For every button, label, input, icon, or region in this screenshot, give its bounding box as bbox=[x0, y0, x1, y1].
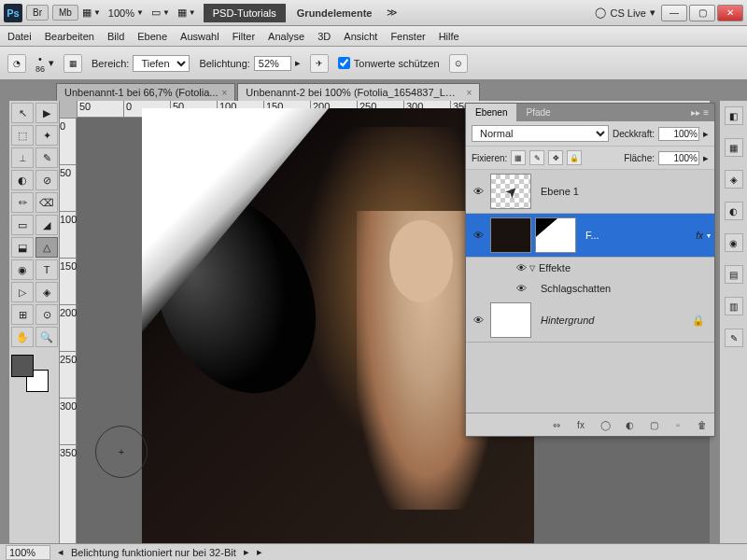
minimize-button[interactable]: — bbox=[661, 5, 687, 21]
menu-filter[interactable]: Filter bbox=[233, 31, 255, 42]
gradient-tool[interactable]: ◢ bbox=[35, 215, 58, 235]
pen-tool[interactable]: ◉ bbox=[11, 259, 34, 280]
collapse-bar-left[interactable] bbox=[0, 101, 9, 543]
tab-paths[interactable]: Pfade bbox=[516, 104, 559, 121]
visibility-icon[interactable]: 👁 bbox=[470, 183, 486, 200]
lasso-tool[interactable]: ⬚ bbox=[11, 125, 34, 146]
new-layer-icon[interactable]: ▫ bbox=[669, 417, 686, 432]
color-panel-icon[interactable]: ◧ bbox=[725, 106, 743, 125]
tool-preset-icon[interactable]: ◔ bbox=[7, 54, 26, 73]
masks-panel-icon[interactable]: ◉ bbox=[725, 233, 743, 252]
menu-3d[interactable]: 3D bbox=[317, 31, 331, 42]
lock-transparency-icon[interactable]: ▦ bbox=[511, 150, 526, 165]
range-select[interactable]: Tiefen bbox=[133, 55, 190, 72]
doc-tab-2[interactable]: Unbenannt-2 bei 100% (Fotolia_1654837_L©… bbox=[237, 83, 480, 101]
bridge-button[interactable]: Br bbox=[26, 5, 49, 21]
marquee-tool[interactable]: ▶ bbox=[35, 103, 58, 123]
fx-badge[interactable]: fx bbox=[696, 231, 703, 241]
exposure-slider-icon[interactable]: ▸ bbox=[295, 57, 301, 69]
foreground-color[interactable] bbox=[11, 355, 34, 377]
lock-pixels-icon[interactable]: ✎ bbox=[529, 150, 544, 165]
layer-thumb[interactable]: ➤ bbox=[490, 174, 531, 209]
exposure-input[interactable] bbox=[254, 56, 291, 71]
visibility-icon[interactable]: 👁 bbox=[513, 259, 529, 276]
group-icon[interactable]: ▢ bbox=[645, 417, 662, 432]
history-brush-tool[interactable]: ⌫ bbox=[35, 192, 58, 213]
menu-bearbeiten[interactable]: Bearbeiten bbox=[45, 31, 94, 42]
menu-ansicht[interactable]: Ansicht bbox=[344, 31, 377, 42]
minibridge-button[interactable]: Mb bbox=[52, 5, 78, 21]
menu-auswahl[interactable]: Auswahl bbox=[180, 31, 219, 42]
layer-name[interactable]: F... bbox=[585, 230, 696, 241]
close-button[interactable]: ✕ bbox=[717, 5, 743, 21]
paths-panel-icon[interactable]: ✎ bbox=[725, 329, 743, 347]
panel-menu-icon[interactable]: ▸▸ ≡ bbox=[685, 104, 714, 121]
swatches-panel-icon[interactable]: ▦ bbox=[725, 138, 743, 157]
tab-layers[interactable]: Ebenen bbox=[466, 104, 516, 121]
color-swatch[interactable] bbox=[11, 355, 49, 392]
fx-icon[interactable]: fx bbox=[572, 417, 589, 432]
crop-tool[interactable]: ⟂ bbox=[11, 147, 34, 168]
3d-tool[interactable]: ⊞ bbox=[11, 304, 34, 325]
extras-select[interactable]: ▦▼ bbox=[177, 7, 196, 19]
move-tool[interactable]: ↖ bbox=[11, 103, 34, 123]
shape-tool[interactable]: ◈ bbox=[35, 282, 58, 302]
zoom-field[interactable]: 100% bbox=[6, 545, 50, 560]
brush-preset[interactable]: •86▾ bbox=[35, 53, 54, 74]
link-icon[interactable]: ⇔ bbox=[548, 417, 565, 432]
fill-slider-icon[interactable]: ▸ bbox=[703, 152, 709, 164]
cslive-button[interactable]: ◯ CS Live ▾ bbox=[595, 7, 655, 19]
maximize-button[interactable]: ▢ bbox=[689, 5, 715, 21]
brush-panel-icon[interactable]: ▦ bbox=[63, 54, 82, 73]
adjust-panel-icon[interactable]: ◐ bbox=[725, 202, 743, 220]
visibility-icon[interactable]: 👁 bbox=[470, 312, 486, 329]
styles-panel-icon[interactable]: ◈ bbox=[725, 170, 743, 189]
menu-analyse[interactable]: Analyse bbox=[268, 31, 304, 42]
menu-hilfe[interactable]: Hilfe bbox=[439, 31, 459, 42]
fill-input[interactable] bbox=[658, 151, 699, 165]
workspace-tab-tutorials[interactable]: PSD-Tutorials bbox=[204, 4, 286, 22]
lock-all-icon[interactable]: 🔒 bbox=[567, 150, 582, 165]
lock-position-icon[interactable]: ✥ bbox=[548, 150, 563, 165]
collapse-icon[interactable]: ▽ bbox=[529, 264, 535, 273]
wand-tool[interactable]: ✦ bbox=[35, 125, 58, 146]
pressure-icon[interactable]: ⊙ bbox=[449, 54, 468, 73]
zoom-select[interactable]: 100%▼ bbox=[108, 7, 144, 19]
close-icon[interactable]: × bbox=[222, 88, 228, 98]
status-menu-icon[interactable]: ▸ bbox=[257, 546, 262, 558]
stamp-tool[interactable]: ✏ bbox=[11, 192, 34, 213]
layer-row[interactable]: 👁 Hintergrund 🔒 bbox=[466, 299, 714, 343]
visibility-icon[interactable]: 👁 bbox=[513, 280, 529, 297]
channels-panel-icon[interactable]: ▥ bbox=[725, 297, 743, 315]
3d-camera-tool[interactable]: ⊙ bbox=[35, 304, 58, 325]
status-nav-left-icon[interactable]: ◂ bbox=[58, 546, 63, 558]
blur-tool[interactable]: ⬓ bbox=[11, 237, 34, 258]
heal-tool[interactable]: ◐ bbox=[11, 170, 34, 190]
layer-thumb[interactable] bbox=[490, 302, 531, 338]
blend-mode-select[interactable]: Normal bbox=[472, 125, 609, 142]
eyedropper-tool[interactable]: ✎ bbox=[35, 147, 58, 168]
ruler-vertical[interactable]: 050100150200250300350 bbox=[60, 118, 77, 543]
layers-panel-icon[interactable]: ▤ bbox=[725, 265, 743, 284]
protect-tones-checkbox[interactable] bbox=[338, 57, 350, 69]
mask-thumb[interactable] bbox=[535, 217, 576, 253]
adjustment-icon[interactable]: ◐ bbox=[621, 417, 638, 432]
path-tool[interactable]: ▷ bbox=[11, 282, 34, 302]
menu-datei[interactable]: Datei bbox=[7, 31, 32, 42]
layer-name[interactable]: Hintergrund bbox=[541, 315, 692, 326]
close-icon[interactable]: × bbox=[467, 88, 472, 98]
menu-fenster[interactable]: Fenster bbox=[390, 31, 425, 42]
layer-name[interactable]: Ebene 1 bbox=[541, 186, 711, 197]
opacity-slider-icon[interactable]: ▸ bbox=[703, 128, 709, 140]
visibility-icon[interactable]: 👁 bbox=[470, 227, 486, 244]
menu-bild[interactable]: Bild bbox=[107, 31, 124, 42]
hand-tool[interactable]: ✋ bbox=[11, 327, 34, 347]
airbrush-icon[interactable]: ✈ bbox=[310, 54, 329, 73]
doc-tab-1[interactable]: Unbenannt-1 bei 66,7% (Fotolia...× bbox=[56, 83, 235, 101]
effects-row[interactable]: 👁 ▽ Effekte bbox=[466, 258, 714, 278]
menu-ebene[interactable]: Ebene bbox=[137, 31, 167, 42]
type-tool[interactable]: T bbox=[35, 259, 58, 280]
delete-icon[interactable]: 🗑 bbox=[694, 417, 711, 432]
zoom-tool[interactable]: 🔍 bbox=[35, 327, 58, 347]
layer-thumb[interactable] bbox=[490, 217, 531, 253]
